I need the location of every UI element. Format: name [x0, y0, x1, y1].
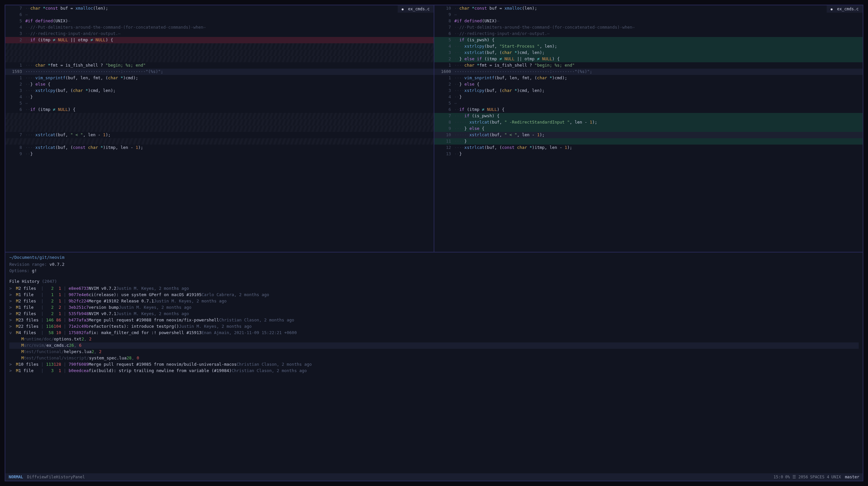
- commit-row[interactable]: > M 10 files | 113 128 | 790f6089 Merge …: [9, 361, 859, 368]
- code-line[interactable]: 1600····································…: [434, 69, 863, 75]
- code-line[interactable]: 4····xstrlcpy(buf, "Start-Process ", len…: [434, 43, 863, 50]
- commit-row[interactable]: > M 1 file | 2 2 | 3eb251c7 version bump…: [9, 304, 859, 311]
- code-line[interactable]: [5, 119, 434, 126]
- mode-indicator: NORMAL: [9, 474, 23, 480]
- branch-name: master: [845, 474, 859, 480]
- tab-right[interactable]: ex_cmds.c: [827, 5, 863, 13]
- code-line[interactable]: 13··}: [434, 151, 863, 157]
- commit-row[interactable]: > M 1 file | 3 1 | b0eedcea fix(build): …: [9, 368, 859, 374]
- code-line[interactable]: 3··//·redirecting·input·and/or·output.↔: [5, 31, 434, 37]
- cursor-pos: 15:0: [773, 474, 783, 480]
- code-line[interactable]: 8#if defined(UNIX)↔: [434, 18, 863, 24]
- statusline: NORMAL DiffviewFileHistoryPanel 15:0 0% …: [5, 473, 863, 481]
- code-line[interactable]: 4··//·Put·delimiters·around·the·command·…: [5, 24, 434, 31]
- code-line[interactable]: 8······xstrlcat(buf, " -RedirectStandard…: [434, 119, 863, 126]
- code-line[interactable]: 1····vim_snprintf(buf, len, fmt, (char *…: [434, 75, 863, 81]
- code-line[interactable]: 5··if (is_pwsh) {: [434, 37, 863, 43]
- code-line[interactable]: [5, 138, 434, 145]
- code-line[interactable]: 2··} else if (itmp ≠ NULL || otmp ≠ NULL…: [434, 56, 863, 62]
- history-panel[interactable]: ~/Documents/git/neovim Revision range: v…: [5, 252, 863, 473]
- commit-row[interactable]: v M 4 files | 58 10 | 175892fa fix: make…: [9, 330, 859, 336]
- diff-pane-left[interactable]: ex_cmds.c 7··char *const buf = xmalloc(l…: [5, 5, 434, 252]
- os-indicator: UNIX: [831, 474, 841, 480]
- code-body-right[interactable]: 10··char *const buf = xmalloc(len);9↔8#i…: [434, 5, 863, 252]
- code-line[interactable]: 5#if defined(UNIX)↔: [5, 18, 434, 24]
- code-line[interactable]: 6··if (itmp ≠ NULL) {: [5, 107, 434, 113]
- scroll-pct: 0% ☰ 2056: [785, 474, 808, 480]
- code-line[interactable]: [5, 43, 434, 50]
- code-line[interactable]: 9··}: [5, 151, 434, 157]
- tab-right-label: ex_cmds.c: [837, 7, 859, 11]
- tab-left[interactable]: ex_cmds.c: [398, 5, 434, 13]
- code-body-left[interactable]: 7··char *const buf = xmalloc(len);6↔5#if…: [5, 5, 434, 252]
- code-line[interactable]: 11····}: [434, 138, 863, 145]
- file-row[interactable]: M test/functional/helpers.lua 2, 2: [9, 349, 859, 355]
- diff-pane-right[interactable]: ex_cmds.c 10··char *const buf = xmalloc(…: [434, 5, 863, 252]
- code-line[interactable]: 5↔: [434, 100, 863, 107]
- revision-range: Revision range: v0.7.2: [9, 262, 859, 268]
- file-row[interactable]: M test/functional/vimscript/system_spec.…: [9, 355, 859, 361]
- file-row[interactable]: M src/nvim/ex_cmds.c 26, 6: [9, 342, 859, 349]
- code-line[interactable]: 3····xstrlcpy(buf, (char *)cmd, len);: [5, 88, 434, 94]
- app-frame: ex_cmds.c 7··char *const buf = xmalloc(l…: [5, 5, 863, 481]
- file-history-title: File History (2047): [9, 278, 859, 285]
- repo-path: ~/Documents/git/neovim: [9, 254, 859, 261]
- code-line[interactable]: 2··if (itmp ≠ NULL || otmp ≠ NULL) {: [5, 37, 434, 43]
- file-row[interactable]: M runtime/doc/options.txt 2, 2: [9, 336, 859, 342]
- indent-indicator: SPACES 4: [810, 474, 829, 480]
- code-line[interactable]: 9↔: [434, 12, 863, 18]
- code-line[interactable]: [5, 50, 434, 56]
- code-line[interactable]: 3····xstrlcat(buf, (char *)cmd, len);: [434, 50, 863, 56]
- commit-row[interactable]: > M 23 files | 146 86 | b477afa3 Merge p…: [9, 317, 859, 324]
- code-line[interactable]: 6··if (itmp ≠ NULL) {: [434, 107, 863, 113]
- tab-left-label: ex_cmds.c: [408, 7, 430, 11]
- code-line[interactable]: 3····xstrlcpy(buf, (char *)cmd, len);: [434, 88, 863, 94]
- code-line[interactable]: 7··char *const buf = xmalloc(len);: [5, 5, 434, 12]
- code-line[interactable]: 7····xstrlcat(buf, " < ", len - 1);: [5, 132, 434, 138]
- code-line[interactable]: 1····char *fmt = is_fish_shell ? "begin;…: [434, 62, 863, 69]
- code-line[interactable]: 1····char *fmt = is_fish_shell ? "begin;…: [5, 62, 434, 69]
- code-line[interactable]: 4··}: [5, 94, 434, 100]
- code-line[interactable]: 12····xstrlcat(buf, (const char *)itmp, …: [434, 145, 863, 151]
- commit-row[interactable]: > M 1 file | 1 1 | 9077e4e6 ci(release):…: [9, 292, 859, 298]
- code-line[interactable]: 6··//·redirecting·input·and/or·output.↔: [434, 31, 863, 37]
- code-line[interactable]: 7····if (is_pwsh) {: [434, 113, 863, 119]
- code-line[interactable]: 2··} else {: [434, 81, 863, 88]
- code-line[interactable]: 9····} else {: [434, 126, 863, 132]
- code-line[interactable]: 4··}: [434, 94, 863, 100]
- diff-split: ex_cmds.c 7··char *const buf = xmalloc(l…: [5, 5, 863, 252]
- commit-list[interactable]: > M 2 files | 2 1 | e8ee6733 NVIM v0.7.2…: [9, 285, 859, 374]
- options-line: Options: g!: [9, 268, 859, 274]
- code-line[interactable]: 5↔: [5, 100, 434, 107]
- buffer-name: DiffviewFileHistoryPanel: [27, 474, 85, 480]
- code-line[interactable]: [5, 56, 434, 62]
- code-line[interactable]: 7··//·Put·delimiters·around·the·command·…: [434, 24, 863, 31]
- code-line[interactable]: 8····xstrlcat(buf, (const char *)itmp, l…: [5, 145, 434, 151]
- commit-row[interactable]: > M 2 files | 2 1 | e8ee6733 NVIM v0.7.2…: [9, 285, 859, 292]
- commit-row[interactable]: > M 22 files | 116 104 | 71e2c49b refact…: [9, 324, 859, 330]
- code-line[interactable]: 1593····································…: [5, 69, 434, 75]
- code-line[interactable]: [5, 126, 434, 132]
- code-line[interactable]: 10··char *const buf = xmalloc(len);: [434, 5, 863, 12]
- code-line[interactable]: 6↔: [5, 12, 434, 18]
- code-line[interactable]: 10······xstrlcat(buf, " < ", len - 1);: [434, 132, 863, 138]
- commit-row[interactable]: > M 2 files | 2 1 | 535fb948 NVIM v0.7.1…: [9, 311, 859, 317]
- code-line[interactable]: 1····vim_snprintf(buf, len, fmt, (char *…: [5, 75, 434, 81]
- commit-row[interactable]: > M 2 files | 2 1 | 9b2fc224 Merge #1910…: [9, 298, 859, 304]
- code-line[interactable]: 2··} else {: [5, 81, 434, 88]
- code-line[interactable]: [5, 113, 434, 119]
